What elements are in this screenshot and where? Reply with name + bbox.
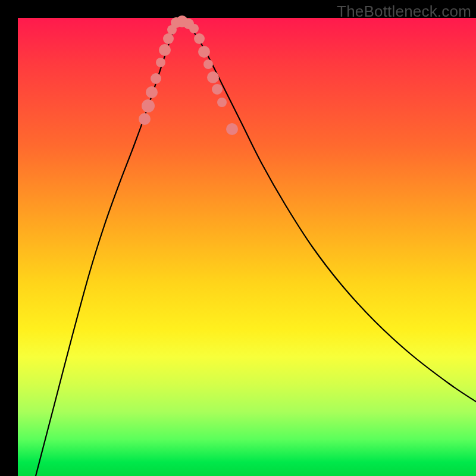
data-marker — [189, 24, 199, 33]
data-markers — [139, 15, 238, 135]
chart-frame: TheBottleneck.com — [0, 0, 476, 476]
data-marker — [194, 33, 205, 44]
data-marker — [142, 99, 155, 112]
bottleneck-curve — [36, 21, 476, 476]
data-marker — [226, 123, 238, 135]
data-marker — [159, 44, 171, 56]
data-marker — [203, 60, 213, 69]
data-marker — [207, 71, 219, 83]
data-marker — [212, 84, 223, 95]
watermark-text: TheBottleneck.com — [337, 2, 471, 21]
data-marker — [156, 58, 165, 67]
plot-area — [18, 18, 476, 476]
data-marker — [217, 98, 227, 107]
data-marker — [146, 86, 158, 98]
data-marker — [163, 33, 174, 44]
data-marker — [151, 73, 161, 84]
curve-svg — [18, 18, 476, 476]
data-marker — [139, 113, 151, 125]
data-marker — [198, 46, 210, 58]
